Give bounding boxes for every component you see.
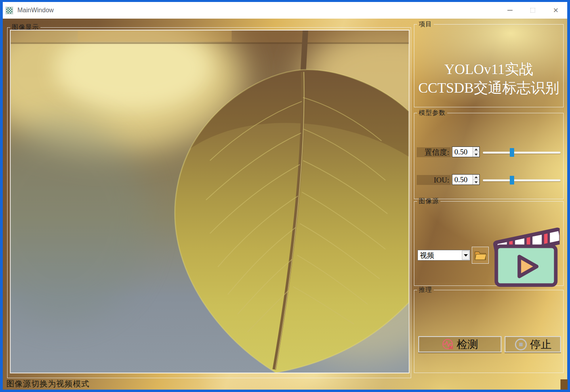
confidence-spin-down-button[interactable] bbox=[473, 152, 479, 157]
leaf-photo bbox=[11, 30, 409, 373]
stop-button[interactable]: 停止 bbox=[505, 336, 561, 352]
window-title: MainWindow bbox=[17, 7, 54, 14]
close-icon: ✕ bbox=[553, 7, 559, 14]
project-group: 项目 YOLOv11实战 CCTSDB交通标志识别 bbox=[414, 20, 564, 107]
maximize-button[interactable] bbox=[521, 2, 544, 19]
project-title: YOLOv11实战 CCTSDB交通标志识别 bbox=[414, 60, 563, 97]
image-source-group-label: 图像源 bbox=[417, 197, 440, 206]
ai-icon: AI bbox=[442, 338, 454, 351]
image-display bbox=[10, 30, 410, 373]
confidence-spin-up-button[interactable] bbox=[473, 147, 479, 152]
iou-value-input[interactable] bbox=[452, 175, 473, 185]
clapperboard-icon bbox=[491, 221, 560, 288]
close-button[interactable]: ✕ bbox=[544, 2, 567, 19]
confidence-spinbox[interactable] bbox=[452, 147, 480, 157]
combobox-dropdown-button[interactable] bbox=[462, 251, 469, 260]
resize-corner bbox=[560, 379, 568, 390]
confidence-slider-groove[interactable] bbox=[483, 152, 560, 154]
maximize-icon bbox=[530, 8, 535, 13]
stop-button-label: 停止 bbox=[530, 337, 551, 352]
window-background: 图像显示 bbox=[3, 19, 567, 390]
ai-icon-text: AI bbox=[449, 345, 453, 350]
source-mode-select[interactable]: 视频 bbox=[417, 250, 470, 261]
model-params-group-label: 模型参数 bbox=[417, 109, 447, 117]
iou-spin-up-button[interactable] bbox=[473, 175, 479, 179]
detect-button-label: 检测 bbox=[457, 337, 478, 352]
project-title-line1: YOLOv11实战 bbox=[414, 60, 563, 79]
app-window-icon bbox=[6, 7, 13, 14]
minimize-icon bbox=[507, 10, 513, 11]
iou-slider[interactable] bbox=[483, 175, 560, 185]
arrow-up-icon bbox=[475, 176, 478, 178]
detect-button[interactable]: AI 检测 bbox=[418, 336, 501, 352]
iou-slider-groove[interactable] bbox=[483, 179, 560, 181]
minimize-button[interactable] bbox=[498, 2, 521, 19]
arrow-up-icon bbox=[475, 148, 478, 150]
chevron-down-icon bbox=[464, 254, 468, 257]
iou-spin-down-button[interactable] bbox=[473, 179, 479, 185]
project-group-label: 项目 bbox=[417, 20, 434, 29]
source-mode-selected-value: 视频 bbox=[418, 251, 462, 260]
iou-label: IOU: bbox=[417, 175, 451, 185]
stop-icon bbox=[514, 338, 528, 351]
arrow-down-icon bbox=[475, 181, 478, 183]
inference-group-label: 推理 bbox=[417, 286, 434, 294]
title-bar[interactable]: MainWindow ✕ bbox=[3, 2, 567, 19]
arrow-down-icon bbox=[475, 154, 478, 156]
iou-slider-handle[interactable] bbox=[510, 176, 514, 185]
confidence-value-input[interactable] bbox=[452, 147, 473, 157]
status-bar: 图像源切换为视频模式 bbox=[4, 378, 400, 389]
confidence-slider[interactable] bbox=[483, 148, 560, 157]
image-source-group: 图像源 视频 bbox=[414, 197, 564, 286]
model-params-group: 模型参数 置信度: IOU: bbox=[414, 109, 564, 199]
confidence-label: 置信度: bbox=[417, 147, 451, 157]
open-file-button[interactable] bbox=[472, 247, 489, 264]
open-folder-icon bbox=[474, 250, 487, 261]
project-title-line2: CCTSDB交通标志识别 bbox=[414, 79, 563, 97]
confidence-slider-handle[interactable] bbox=[510, 148, 514, 157]
iou-spinbox[interactable] bbox=[452, 174, 480, 185]
inference-group: 推理 AI 检测 停止 bbox=[414, 286, 564, 373]
status-message: 图像源切换为视频模式 bbox=[6, 379, 90, 388]
